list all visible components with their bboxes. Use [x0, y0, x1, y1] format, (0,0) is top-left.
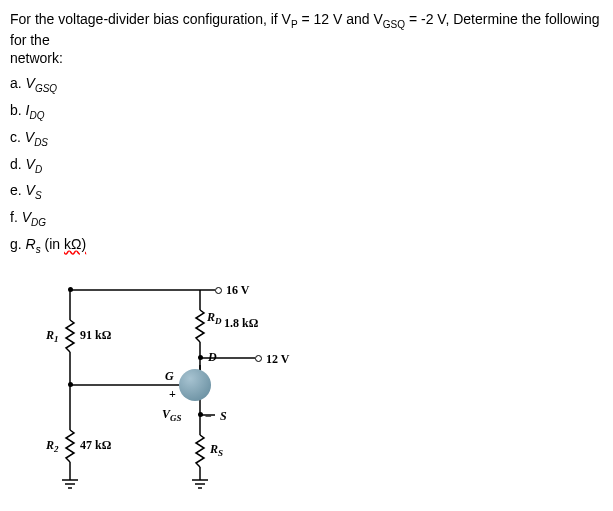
part-a: a. VGSQ	[10, 75, 603, 94]
vcc-label: 16 V	[226, 283, 249, 298]
r2-value: 47 kΩ	[80, 438, 111, 453]
vout-label: 12 V	[266, 352, 289, 367]
fet-icon	[179, 369, 211, 401]
part-g: g. Rs (in kΩ)	[10, 236, 603, 255]
vgs-plus: +	[169, 387, 176, 402]
vgs-minus: −	[205, 409, 212, 424]
part-b: b. IDQ	[10, 102, 603, 121]
part-c: c. VDS	[10, 129, 603, 148]
vcc-terminal	[215, 287, 222, 294]
part-e: e. VS	[10, 182, 603, 201]
rd-value: 1.8 kΩ	[224, 316, 258, 331]
problem-statement: For the voltage-divider bias configurati…	[10, 10, 603, 67]
rs-label: RS	[210, 442, 223, 458]
part-f: f. VDG	[10, 209, 603, 228]
node-gate	[68, 382, 73, 387]
r1-label: R1	[46, 328, 59, 344]
g-terminal-label: G	[165, 369, 174, 384]
part-d: d. VD	[10, 156, 603, 175]
node-source	[198, 412, 203, 417]
node-drain	[198, 355, 203, 360]
node-top-left	[68, 287, 73, 292]
vgs-label: VGS	[162, 407, 182, 423]
circuit-diagram: 16 V RD 1.8 kΩ R1 91 kΩ R2 47 kΩ RS D G …	[40, 270, 320, 500]
rd-label: RD	[207, 310, 222, 326]
vout-terminal	[255, 355, 262, 362]
r2-label: R2	[46, 438, 59, 454]
d-terminal-label: D	[208, 350, 217, 365]
s-terminal-label: S	[220, 409, 227, 424]
r1-value: 91 kΩ	[80, 328, 111, 343]
